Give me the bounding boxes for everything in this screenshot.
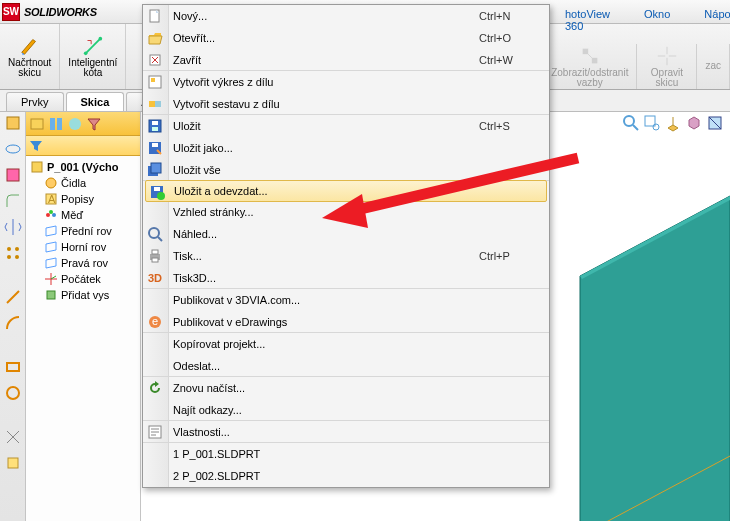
menu-item-znovu-na-st[interactable]: Znovu načíst... — [143, 377, 549, 399]
assembly-icon — [147, 96, 163, 112]
tab-sketch[interactable]: Skica — [66, 92, 125, 111]
svg-rect-3 — [592, 57, 598, 63]
cut-icon[interactable] — [4, 166, 22, 184]
menu-item-ulo-it-a-odevzdat[interactable]: Uložit a odevzdat... — [145, 180, 547, 202]
svg-point-19 — [46, 178, 56, 188]
line-icon[interactable] — [4, 288, 22, 306]
menu-item-vytvo-it-sestavu-z-d-lu[interactable]: Vytvořit sestavu z dílu — [143, 93, 549, 115]
menu-item-label: Otevřít... — [173, 32, 479, 44]
menu-item-otev-t[interactable]: Otevřít...Ctrl+O — [143, 27, 549, 49]
menu-item-publikovat-v-edrawings[interactable]: ePublikovat v eDrawings — [143, 311, 549, 333]
menu-item-ulo-it-jako[interactable]: Uložit jako... — [143, 137, 549, 159]
tree-item-front-plane[interactable]: Přední rov — [28, 223, 139, 239]
app-logo: SW — [2, 3, 20, 21]
svg-rect-11 — [7, 363, 19, 371]
svg-point-28 — [653, 124, 659, 130]
svg-rect-50 — [152, 250, 158, 254]
repair-sketch-button[interactable]: Opravit skicu — [637, 44, 697, 89]
show-constraints-button[interactable]: Zobrazit/odstranit vazby — [543, 44, 637, 89]
rect-icon[interactable] — [4, 358, 22, 376]
drawing-icon — [147, 74, 163, 90]
orientation-icon[interactable] — [664, 114, 682, 132]
svg-rect-15 — [50, 118, 55, 130]
menu-item-label: Zavřít — [173, 54, 479, 66]
save-icon — [147, 118, 163, 134]
config-icon[interactable] — [48, 116, 64, 132]
menu-item-vytvo-it-v-kres-z-d-lu[interactable]: Vytvořit výkres z dílu — [143, 71, 549, 93]
circle-icon[interactable] — [4, 384, 22, 402]
revolve-icon[interactable] — [4, 140, 22, 158]
menu-photoview[interactable]: hotoView 360 — [555, 4, 620, 32]
print3d-icon: 3D — [147, 270, 163, 286]
menu-item-vzhled-str-nky[interactable]: Vzhled stránky... — [143, 201, 549, 223]
menu-item-zav-t[interactable]: ZavřítCtrl+W — [143, 49, 549, 71]
svg-rect-6 — [7, 169, 19, 181]
file-menu-dropdown: Nový...Ctrl+NOtevřít...Ctrl+OZavřítCtrl+… — [142, 4, 550, 488]
mirror-icon[interactable] — [4, 218, 22, 236]
menu-item-shortcut: Ctrl+O — [479, 32, 549, 44]
convert-icon[interactable] — [4, 454, 22, 472]
menu-item-ulo-it-v-e[interactable]: Uložit vše — [143, 159, 549, 181]
menu-item-1-p-001-sldprt[interactable]: 1 P_001.SLDPRT — [143, 443, 549, 465]
menu-item-vlastnosti[interactable]: Vlastnosti... — [143, 421, 549, 443]
menu-item-label: Najít odkazy... — [173, 404, 549, 416]
saveas-icon — [147, 140, 163, 156]
trim-icon[interactable] — [4, 428, 22, 446]
open-icon — [147, 30, 163, 46]
extrude-icon[interactable] — [4, 114, 22, 132]
svg-point-7 — [7, 247, 11, 251]
menu-help[interactable]: Nápověda — [694, 4, 730, 32]
menu-item-naj-t-odkazy[interactable]: Najít odkazy... — [143, 399, 549, 421]
menu-window[interactable]: Okno — [634, 4, 680, 32]
tree-item-add[interactable]: Přidat vys — [28, 287, 139, 303]
menu-item-label: Uložit jako... — [173, 142, 549, 154]
section-icon[interactable] — [706, 114, 724, 132]
svg-rect-27 — [645, 116, 655, 126]
menu-item-shortcut: Ctrl+N — [479, 10, 549, 22]
menu-item-tisk3d[interactable]: 3DTisk3D... — [143, 267, 549, 289]
sketch-tool[interactable]: Načrtnout skicu — [0, 24, 60, 89]
zoom-area-icon[interactable] — [643, 114, 661, 132]
fillet-icon[interactable] — [4, 192, 22, 210]
menu-item-2-p-002-sldprt[interactable]: 2 P_002.SLDPRT — [143, 465, 549, 487]
svg-point-1 — [98, 36, 102, 40]
tree-item-top-plane[interactable]: Horní rov — [28, 239, 139, 255]
tree-item-annotations[interactable]: A Popisy — [28, 191, 139, 207]
menu-item-n-hled[interactable]: Náhled... — [143, 223, 549, 245]
zoom-fit-icon[interactable] — [622, 114, 640, 132]
menu-item-shortcut: Ctrl+S — [479, 120, 549, 132]
pattern-icon[interactable] — [4, 244, 22, 262]
tree-root[interactable]: P_001 (Výcho — [28, 159, 139, 175]
menu-item-label: Tisk... — [173, 250, 479, 262]
menu-item-odeslat[interactable]: Odeslat... — [143, 355, 549, 377]
tree-item-right-plane[interactable]: Pravá rov — [28, 255, 139, 271]
part-icon[interactable] — [29, 116, 45, 132]
menu-item-nov[interactable]: Nový...Ctrl+N — [143, 5, 549, 27]
blank-icon — [147, 204, 163, 220]
funnel-icon[interactable] — [29, 139, 43, 153]
menu-item-publikovat-v-3dvia-com[interactable]: Publikovat v 3DVIA.com... — [143, 289, 549, 311]
dimension-tool[interactable]: Inteligentní kóta — [60, 24, 126, 89]
menu-item-label: Vytvořit výkres z dílu — [173, 76, 549, 88]
tree-item-sensors[interactable]: Čidla — [28, 175, 139, 191]
tree-item-origin[interactable]: Počátek — [28, 271, 139, 287]
tab-features[interactable]: Prvky — [6, 92, 64, 111]
svg-rect-42 — [152, 143, 158, 147]
preview-icon — [147, 226, 163, 242]
menu-item-ulo-it[interactable]: UložitCtrl+S — [143, 115, 549, 137]
svg-rect-16 — [57, 118, 62, 130]
view-cube-icon[interactable] — [685, 114, 703, 132]
menu-item-tisk[interactable]: Tisk...Ctrl+P — [143, 245, 549, 267]
part-cube-icon — [30, 160, 44, 174]
svg-point-0 — [84, 51, 88, 55]
edraw-icon: e — [147, 314, 163, 330]
zac-button[interactable]: zac — [697, 44, 730, 89]
tree-item-material[interactable]: Měď — [28, 207, 139, 223]
svg-rect-18 — [32, 162, 42, 172]
arc-icon[interactable] — [4, 314, 22, 332]
menu-item-kop-rovat-projekt[interactable]: Kopírovat projekt... — [143, 333, 549, 355]
blank-icon — [147, 446, 163, 462]
menu-item-label: 1 P_001.SLDPRT — [173, 448, 549, 460]
filter-funnel-icon[interactable] — [86, 116, 102, 132]
display-icon[interactable] — [67, 116, 83, 132]
